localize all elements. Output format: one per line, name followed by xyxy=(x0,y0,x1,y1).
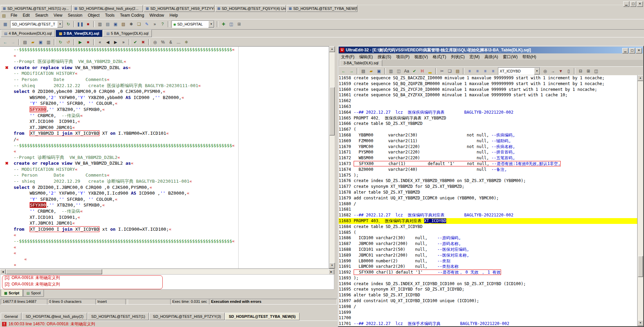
menu-item-7[interactable]: Team Coding xyxy=(117,13,147,18)
execute-icon[interactable]: ▶ xyxy=(77,38,84,46)
vertical-scrollbar[interactable]: ▲ ▼ xyxy=(637,75,643,326)
find-next-icon[interactable]: → xyxy=(549,67,557,75)
mdi-window-tab[interactable]: ▦SD_HOSPITAL@TEST_HIS7(1) zy... xyxy=(1,5,71,12)
first-record-icon[interactable]: « xyxy=(96,38,103,46)
back-icon[interactable]: ← xyxy=(340,67,347,75)
tools-icon[interactable]: ⊞ xyxy=(236,21,243,28)
align-right-icon[interactable]: ≡ xyxy=(482,67,489,75)
bookmark-icon[interactable]: ▼ xyxy=(557,67,564,75)
ue-menu-item-2[interactable]: 搜索(S) xyxy=(375,54,393,59)
print-preview-icon[interactable]: ◫ xyxy=(395,67,402,75)
print-icon[interactable]: ▥ xyxy=(45,38,52,46)
edit-icon[interactable]: ✎ xyxy=(143,21,150,28)
forward-icon[interactable]: → xyxy=(348,67,355,75)
mdi-window-tab[interactable]: ▦SD_HOSPITAL@test_his5_ptxy(2... xyxy=(72,5,143,12)
find-icon[interactable]: ◎ xyxy=(542,67,549,75)
rollback-icon[interactable]: ✖ xyxy=(140,38,147,46)
ue-menu-item-10[interactable]: 帮助(H) xyxy=(520,54,539,59)
highlight-icon[interactable]: ▂ xyxy=(426,67,434,75)
align-left-icon[interactable]: ≡ xyxy=(466,67,473,75)
describe-icon[interactable]: ▧ xyxy=(120,21,127,28)
sql-editor[interactable]: --$$$$$$$$$$$$$$$$$$$$$$$$$$$$$$$$$$$$$$… xyxy=(0,46,329,269)
window-tile-icon[interactable]: ◫ xyxy=(593,67,600,75)
link-icon[interactable]: & xyxy=(167,38,174,46)
file-tab[interactable]: 3-BA_Table(DLK).sql xyxy=(340,60,382,66)
find-icon[interactable]: ◎ xyxy=(151,38,159,46)
mdi-window-tab[interactable]: ▦SD_HOSPITAL@TEST_HIS9_PTZYY(... xyxy=(144,5,214,12)
editor-vertical-scrollbar[interactable]: ▲ ▼ xyxy=(329,46,335,268)
editor-horizontal-scrollbar[interactable]: ◀ ▶ xyxy=(0,268,334,275)
connection-tab[interactable]: SD_HOSPITAL@TEST_TYBA_NEW(5) xyxy=(225,313,299,320)
prev-record-icon[interactable]: ◀ xyxy=(104,38,111,46)
connection-tab[interactable]: SD_HOSPITAL@test_his5_ptxy(2) xyxy=(22,313,87,320)
menu-item-2[interactable]: Search xyxy=(32,13,51,18)
commit-icon[interactable]: ✔ xyxy=(132,38,139,46)
save-icon[interactable]: ▣ xyxy=(375,67,383,75)
ue-menu-item-5[interactable]: 格式(T) xyxy=(430,54,448,59)
ue-menu-item-7[interactable]: 宏(M) xyxy=(467,54,482,59)
ue-menu-item-6[interactable]: 列状(C) xyxy=(449,54,467,59)
ue-menu-item-0[interactable]: 文件(F) xyxy=(339,54,357,59)
dropdown-arrow-icon[interactable]: ▾ xyxy=(534,68,540,75)
split-vertical-icon[interactable]: ⊞ xyxy=(585,67,592,75)
refresh-session-icon[interactable]: ↻ xyxy=(65,21,72,28)
refresh-icon[interactable]: ↻ xyxy=(57,38,64,46)
mdi-window-tab[interactable]: ▦SD_HOSPITAL@TEST_TYBA_NEW(5)... xyxy=(287,5,357,12)
menu-item-3[interactable]: View xyxy=(51,13,65,18)
print-icon[interactable]: ▥ xyxy=(387,67,395,75)
ue-menu-item-9[interactable]: 窗口(W) xyxy=(500,54,520,59)
split-horizontal-icon[interactable]: ⊟ xyxy=(577,67,584,75)
open-icon[interactable]: ▰ xyxy=(29,38,36,46)
wizard-icon[interactable]: ✱ xyxy=(183,38,190,46)
cut-icon[interactable]: ✂ xyxy=(438,67,446,75)
next-icon[interactable]: » xyxy=(151,21,158,28)
document-tab[interactable]: ▤4 BA_Procedure(DLK).sql xyxy=(1,30,55,37)
align-center-icon[interactable]: ≡ xyxy=(474,67,481,75)
scroll-down-icon[interactable]: ▼ xyxy=(638,320,643,326)
align-justify-icon[interactable]: ≡ xyxy=(489,67,497,75)
document-tab[interactable]: ▤5 BA_Trigger(DLK).sql xyxy=(103,30,152,37)
scroll-up-icon[interactable]: ▲ xyxy=(329,46,335,52)
ultraedit-editor[interactable]: 11658create sequence SQ_ZS_BACXZDZ_ID000… xyxy=(339,75,643,326)
percent-icon[interactable]: % xyxy=(159,38,166,46)
ue-menu-item-3[interactable]: 项目(P) xyxy=(393,54,412,59)
minimize-icon[interactable]: ▁ xyxy=(622,48,628,53)
menu-item-4[interactable]: Session xyxy=(65,13,85,18)
find-combo[interactable]: XT_ICDYBD▾ xyxy=(498,67,540,75)
connection-select[interactable]: SD_HOSPITAL@TEST_T▾ xyxy=(10,20,63,28)
ultraedit-titlebar[interactable]: U UltraEdit-32 - [E:\测试代码VSS\VEREOR\病案管理… xyxy=(339,47,643,53)
scrollbar-thumb[interactable] xyxy=(329,87,335,135)
save-icon[interactable]: ▣ xyxy=(37,38,44,46)
column-mode-icon[interactable]: ▯ xyxy=(565,67,572,75)
result-tab-script[interactable]: ▦Script xyxy=(1,290,23,297)
menu-item-5[interactable]: Object xyxy=(85,13,102,18)
maximize-icon[interactable]: ▢ xyxy=(629,48,635,53)
document-tab[interactable]: ▤3 BA_View(DLK).sql xyxy=(55,30,102,37)
stop-icon[interactable]: ■ xyxy=(84,21,92,28)
new-document-icon[interactable]: ▤ xyxy=(104,21,111,28)
spellcheck-icon[interactable]: ✔ xyxy=(411,67,418,75)
dropdown-arrow-icon[interactable]: ▾ xyxy=(208,21,214,28)
break-icon[interactable]: ■ xyxy=(84,38,92,46)
dropdown-arrow-icon[interactable]: ▾ xyxy=(57,21,63,28)
connection-tab[interactable]: General xyxy=(1,313,21,320)
new-icon[interactable]: ▤ xyxy=(21,38,29,46)
ue-menu-item-4[interactable]: 视图(V) xyxy=(412,54,430,59)
connection-tab[interactable]: SD_HOSPITAL@TEST_HIS7(1) xyxy=(87,313,149,320)
forward-icon[interactable]: → xyxy=(10,38,17,46)
menu-item-1[interactable]: Edit xyxy=(20,13,33,18)
print-icon[interactable]: ▥ xyxy=(96,21,103,28)
result-tab-spool[interactable]: ▤Spool xyxy=(23,290,44,297)
last-record-icon[interactable]: » xyxy=(120,38,127,46)
pause-icon[interactable]: ❚❚ xyxy=(77,21,84,28)
clipboard-icon[interactable]: ❏ xyxy=(135,21,143,28)
scroll-up-icon[interactable]: ▲ xyxy=(638,75,643,81)
new-icon[interactable]: ▤ xyxy=(360,67,367,75)
settings-icon[interactable]: ✱ xyxy=(128,21,135,28)
ue-menu-item-1[interactable]: 编辑(E) xyxy=(357,54,375,59)
menu-item-6[interactable]: Tools xyxy=(102,13,117,18)
undo-icon[interactable]: ↺ xyxy=(65,38,72,46)
paste-icon[interactable]: ▤ xyxy=(454,67,461,75)
connection-tab[interactable]: SD_HOSPITAL@TEST_HIS9_PTZYY(3) xyxy=(149,313,225,320)
html-icon[interactable]: H xyxy=(419,67,426,75)
